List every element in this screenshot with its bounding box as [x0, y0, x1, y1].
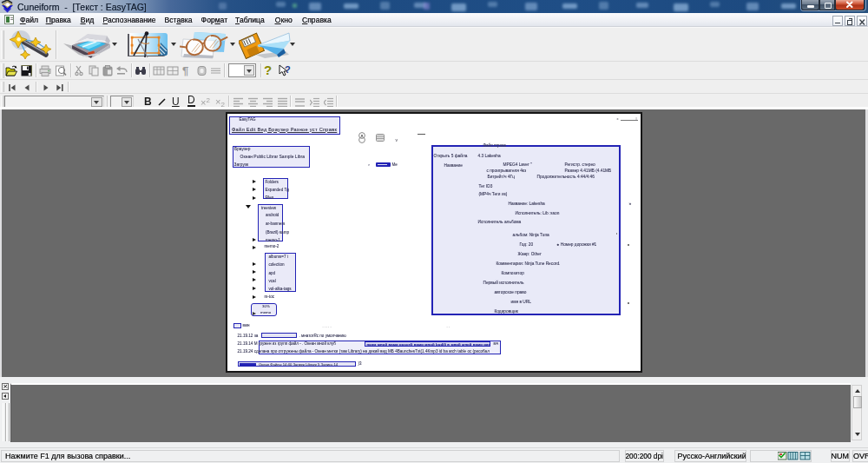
- svg-text:?: ?: [285, 64, 291, 75]
